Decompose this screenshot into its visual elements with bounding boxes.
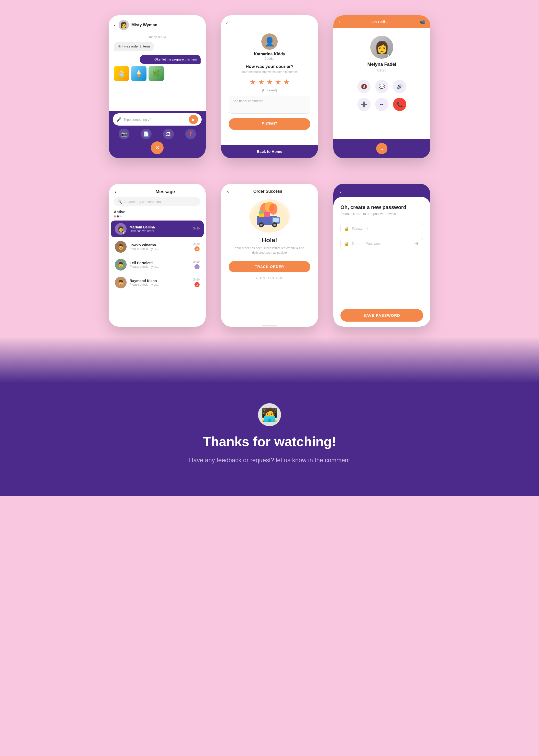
back-home-button[interactable]: Back to Home	[257, 149, 282, 154]
order-success-body: Hola! Your order has been successfully. …	[221, 197, 318, 325]
password-subtitle: Please fill form to add password twice	[341, 212, 423, 216]
message-item-raymond[interactable]: 👨 Raymond Kiehn Please check my or... 09…	[111, 274, 204, 291]
star-rating[interactable]: ★ ★ ★ ★ ★	[250, 78, 290, 86]
msg-time-jowko: 09:20	[193, 242, 199, 245]
msg-name-mariam: Mariam Bellina	[130, 225, 193, 229]
password-field[interactable]: 🔒 Password	[341, 223, 423, 234]
rating-label: (Excelent)	[262, 88, 277, 92]
msg-info-mariam: Mariam Bellina How can we order	[130, 225, 193, 233]
submit-button[interactable]: SUBMIT	[229, 118, 310, 130]
track-order-button[interactable]: TRACK ORDER	[229, 261, 310, 272]
msg-preview-leif: Please check my or...	[130, 265, 193, 268]
svg-point-3	[269, 203, 277, 215]
footer-title: Thanks for watching!	[203, 434, 336, 449]
back-arrow-chat[interactable]: ‹	[114, 22, 116, 28]
message-item-leif[interactable]: 👨 Leif Bartoletti Please check my or... …	[111, 256, 204, 273]
call-body: 👩 Melyna Fadel 01:23 🔇 💬 🔊 ➕ ▪▪ 📞	[333, 28, 430, 139]
star-3[interactable]: ★	[267, 78, 273, 86]
msg-time-mariam: 09:20	[193, 227, 199, 230]
msg-time-leif: 09:20	[193, 260, 199, 263]
footer-subtitle: Have any feedback or request? let us kno…	[189, 455, 350, 465]
more-options-button[interactable]: ▪▪	[375, 98, 388, 111]
back-arrow-order[interactable]: ‹	[227, 189, 229, 194]
msg-badge-jowko: 3	[194, 246, 199, 252]
lock-icon-password: 🔒	[344, 226, 349, 231]
bottom-indicator	[262, 326, 277, 327]
back-arrow-messages[interactable]: ‹	[115, 189, 116, 195]
speaker-button[interactable]: 🔊	[393, 80, 406, 93]
call-actions-grid: 🔇 💬 🔊 ➕ ▪▪ 📞	[357, 80, 406, 111]
order-success-title: Order Success	[254, 189, 282, 194]
msg-badge-leif: 7	[194, 264, 199, 269]
message-list: 👩 Mariam Bellina How can we order 09:20	[109, 219, 206, 327]
lock-icon-reenter: 🔒	[344, 241, 349, 246]
contact-name: Misty Wyman	[131, 23, 157, 27]
msg-meta-mariam: 09:20	[193, 227, 199, 231]
phone-messages: ‹ Message 🔍 Search any conversation Acti…	[109, 184, 206, 327]
msg-info-jowko: Jowko Winarno Please check my or...	[130, 243, 193, 251]
message-item-jowko[interactable]: 👨 Jowko Winarno Please check my or... 09…	[111, 238, 204, 255]
back-arrow-feedback[interactable]: ‹	[226, 20, 228, 26]
close-icon: ✕	[155, 144, 160, 151]
reenter-password-field[interactable]: 🔒 Reenter Password 👁	[341, 238, 423, 249]
reenter-password-input[interactable]: Reenter Password	[352, 242, 415, 246]
chat-button[interactable]: 💬	[375, 80, 388, 93]
feedback-header: ‹	[221, 15, 318, 28]
order-success-description: Your order has been successfully. Ice cr…	[229, 246, 310, 255]
scroll-down-button[interactable]: ⌄	[376, 143, 387, 154]
back-arrow-call[interactable]: ‹	[339, 19, 340, 25]
message-search-bar[interactable]: 🔍 Search any conversation	[114, 197, 200, 206]
mute-button[interactable]: 🔇	[357, 80, 370, 93]
msg-meta-raymond: 09:20 2	[193, 278, 199, 287]
caller-name: Melyna Fadel	[367, 62, 396, 67]
star-4[interactable]: ★	[275, 78, 281, 86]
call-duration: 01:23	[377, 68, 386, 72]
phone-chat: ‹ 👩 Misty Wyman Today, 09:34 Hi, I was o…	[109, 15, 206, 158]
add-person-button[interactable]: ➕	[357, 98, 370, 111]
send-button[interactable]: ▶	[189, 115, 198, 124]
chat-action-icons: 📷 📄 🖼 📍	[113, 129, 201, 139]
chat-image-attachments: 🧁 🍦 🌿	[114, 66, 200, 81]
message-item-mariam[interactable]: 👩 Mariam Bellina How can we order 09:20	[111, 220, 204, 237]
chat-bubble-outgoing: Oke, let me prepare this item	[140, 55, 200, 64]
comments-box[interactable]: Additional comments	[229, 96, 310, 113]
msg-badge-raymond: 2	[194, 282, 199, 287]
avatar-jowko: 👨	[115, 241, 126, 253]
send-icon: ▶	[192, 117, 195, 122]
dot-3	[120, 215, 122, 217]
msg-meta-jowko: 09:20 3	[193, 242, 199, 252]
password-body: Oh, create a new password Please fill fo…	[333, 197, 430, 327]
eye-toggle-icon[interactable]: 👁	[415, 242, 419, 246]
messages-header: ‹ Message	[109, 184, 206, 197]
msg-time-raymond: 09:20	[193, 278, 199, 281]
gradient-transition	[0, 337, 539, 383]
video-call-icon[interactable]: 📹	[420, 19, 425, 25]
save-password-button[interactable]: SAVE PASSWORD	[341, 309, 423, 322]
order-bottom-bar	[221, 325, 318, 327]
order-detail-link[interactable]: ORDER DETAIL	[256, 276, 283, 280]
star-2[interactable]: ★	[258, 78, 265, 86]
search-input[interactable]: Search any conversation	[124, 200, 161, 204]
star-5[interactable]: ★	[283, 78, 290, 86]
svg-rect-13	[259, 210, 264, 214]
password-input[interactable]: Password	[352, 227, 419, 231]
phone-order-success: ‹ Order Success	[221, 184, 318, 327]
mic-icon[interactable]: 🎤	[116, 117, 121, 122]
end-call-button[interactable]: 📞	[393, 98, 406, 111]
active-label: Active	[109, 209, 206, 215]
order-success-heading: Hola!	[262, 237, 277, 244]
chat-input[interactable]: Type something 🖊	[123, 118, 189, 121]
close-button[interactable]: ✕	[151, 141, 164, 154]
image-action-icon[interactable]: 🖼	[163, 129, 174, 139]
phone-feedback: ‹ 👤 Katharina Kiddy Courier How was your…	[221, 15, 318, 158]
feedback-footer: Back to Home	[221, 145, 318, 158]
file-action-icon[interactable]: 📄	[141, 129, 152, 139]
star-1[interactable]: ★	[250, 78, 256, 86]
back-arrow-password[interactable]: ‹	[340, 189, 341, 194]
caller-avatar: 👩	[370, 36, 393, 59]
call-bottom-bar: ⌄	[333, 139, 430, 158]
camera-action-icon[interactable]: 📷	[119, 129, 129, 139]
msg-preview-jowko: Please check my or...	[130, 247, 193, 251]
location-action-icon[interactable]: 📍	[185, 129, 196, 139]
svg-point-10	[273, 224, 276, 226]
